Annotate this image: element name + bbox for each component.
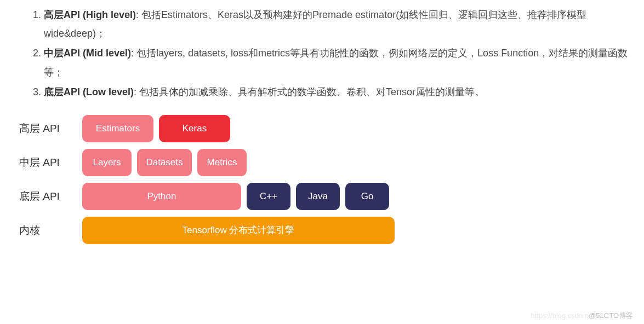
row-label-kernel: 内核 bbox=[19, 223, 82, 238]
list-item: 中层API (Mid level): 包括layers, datasets, l… bbox=[44, 44, 633, 81]
watermark-url: https://blog.csdn.n bbox=[531, 311, 589, 320]
blocks-high: Estimators Keras bbox=[82, 115, 230, 142]
block-cpp: C++ bbox=[247, 183, 290, 210]
watermark-text: @51CTO博客 bbox=[589, 311, 633, 320]
watermark: https://blog.csdn.n@51CTO博客 bbox=[531, 311, 633, 321]
blocks-kernel: Tensorflow 分布式计算引擎 bbox=[82, 217, 395, 244]
block-java: Java bbox=[296, 183, 340, 210]
row-label-mid: 中层 API bbox=[19, 155, 82, 170]
block-kernel: Tensorflow 分布式计算引擎 bbox=[82, 217, 395, 244]
diagram-row-kernel: 内核 Tensorflow 分布式计算引擎 bbox=[19, 217, 633, 244]
block-python: Python bbox=[82, 183, 241, 210]
item-title: 中层API (Mid level) bbox=[44, 48, 131, 59]
blocks-low: Python C++ Java Go bbox=[82, 183, 389, 210]
row-label-low: 底层 API bbox=[19, 189, 82, 204]
list-item: 高层API (High level): 包括Estimators、Keras以及… bbox=[44, 5, 633, 43]
item-title: 高层API (High level) bbox=[44, 9, 136, 20]
diagram-row-low: 底层 API Python C++ Java Go bbox=[19, 183, 633, 210]
row-label-high: 高层 API bbox=[19, 121, 82, 136]
item-desc: : 包括layers, datasets, loss和metrics等具有功能性… bbox=[44, 48, 628, 77]
architecture-diagram: 高层 API Estimators Keras 中层 API Layers Da… bbox=[11, 115, 633, 244]
block-datasets: Datasets bbox=[137, 149, 192, 176]
block-layers: Layers bbox=[82, 149, 132, 176]
item-desc: : 包括具体的加减乘除、具有解析式的数学函数、卷积、对Tensor属性的测量等。 bbox=[134, 86, 485, 97]
blocks-mid: Layers Datasets Metrics bbox=[82, 149, 247, 176]
diagram-row-mid: 中层 API Layers Datasets Metrics bbox=[19, 149, 633, 176]
api-level-list: 高层API (High level): 包括Estimators、Keras以及… bbox=[11, 5, 633, 101]
block-estimators: Estimators bbox=[82, 115, 153, 142]
block-keras: Keras bbox=[159, 115, 230, 142]
item-title: 底层API (Low level) bbox=[44, 86, 134, 97]
diagram-row-high: 高层 API Estimators Keras bbox=[19, 115, 633, 142]
block-metrics: Metrics bbox=[197, 149, 247, 176]
block-go: Go bbox=[345, 183, 389, 210]
list-item: 底层API (Low level): 包括具体的加减乘除、具有解析式的数学函数、… bbox=[44, 83, 633, 101]
